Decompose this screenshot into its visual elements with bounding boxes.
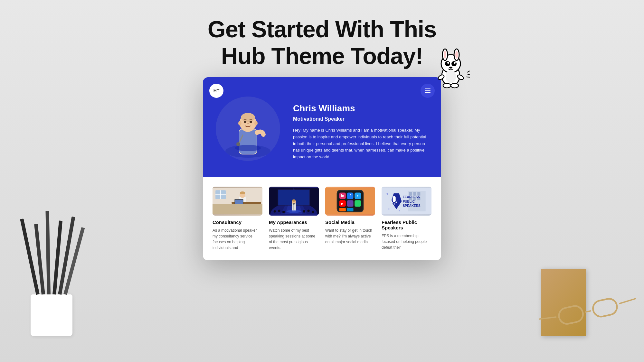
svg-point-64 — [312, 211, 314, 213]
svg-rect-77 — [355, 200, 361, 207]
card-social-media[interactable]: in f t ▶ — [325, 187, 375, 251]
svg-point-61 — [282, 211, 285, 213]
svg-point-29 — [244, 121, 246, 123]
card-image-consultancy — [213, 187, 262, 216]
svg-text:FEARLESS: FEARLESS — [403, 195, 420, 199]
svg-rect-46 — [213, 204, 262, 214]
svg-point-27 — [238, 121, 242, 125]
svg-text:▶: ▶ — [341, 202, 344, 205]
svg-point-17 — [443, 83, 451, 88]
svg-point-24 — [241, 113, 255, 122]
svg-line-14 — [468, 74, 470, 75]
svg-point-95 — [387, 193, 388, 194]
card-desc-consultancy: As a motivational speaker, my consultanc… — [213, 227, 262, 251]
svg-line-15 — [466, 77, 470, 77]
card-image-appearances — [269, 187, 319, 216]
desk-items-decoration — [515, 201, 644, 362]
svg-point-40 — [240, 191, 245, 194]
cards-section: Consultancy As a motivational speaker, m… — [203, 177, 441, 260]
svg-point-7 — [451, 61, 457, 66]
svg-text:in: in — [341, 194, 344, 198]
menu-line-3 — [425, 92, 431, 93]
svg-rect-45 — [235, 200, 243, 204]
header-line2: Hub Theme Today! — [221, 43, 423, 69]
svg-text:PUBLIC: PUBLIC — [403, 200, 415, 203]
svg-text:t: t — [357, 194, 358, 198]
svg-point-5 — [455, 51, 458, 59]
pencil-cup-decoration — [0, 201, 97, 362]
svg-point-18 — [451, 83, 459, 88]
svg-point-58 — [293, 203, 295, 204]
nav-logo[interactable]: HT — [209, 84, 223, 98]
profile-name: Chris Williams — [293, 103, 428, 114]
svg-point-60 — [278, 209, 280, 212]
svg-point-26 — [236, 142, 240, 146]
browser-window: HT — [203, 77, 441, 260]
svg-rect-76 — [347, 200, 353, 207]
svg-rect-79 — [347, 208, 353, 211]
profile-bio: Hey! My name is Chris Williams and I am … — [293, 127, 428, 161]
svg-point-63 — [307, 209, 309, 212]
svg-point-62 — [303, 210, 305, 212]
page-header: Get Started With This Hub Theme Today! — [208, 16, 436, 70]
svg-point-96 — [388, 209, 390, 210]
svg-point-56 — [287, 210, 301, 213]
card-desc-fps: FPS is a membership focused on helping p… — [382, 233, 431, 250]
svg-point-59 — [274, 210, 276, 212]
svg-point-4 — [444, 51, 446, 59]
card-consultancy[interactable]: Consultancy As a motivational speaker, m… — [213, 187, 262, 251]
profile-image — [216, 97, 280, 161]
svg-point-9 — [454, 62, 456, 64]
menu-line-2 — [425, 90, 431, 91]
card-title-appearances: My Appearances — [269, 219, 319, 225]
card-fps[interactable]: FEARLESS PUBLIC SPEAKERS Fearless Public… — [382, 187, 431, 251]
svg-text:SPEAKERS: SPEAKERS — [403, 204, 421, 208]
profile-info: Chris Williams Motivational Speaker Hey!… — [293, 90, 428, 161]
card-image-fps: FEARLESS PUBLIC SPEAKERS — [382, 187, 431, 216]
svg-point-30 — [250, 121, 252, 123]
card-title-fps: Fearless Public Speakers — [382, 219, 431, 230]
svg-point-28 — [254, 121, 258, 125]
svg-point-10 — [449, 67, 452, 69]
card-desc-social-media: Want to stay or get in touch with me? I'… — [325, 227, 375, 245]
profile-title: Motivational Speaker — [293, 116, 428, 122]
card-image-social-media: in f t ▶ — [325, 187, 375, 216]
svg-point-8 — [447, 62, 449, 64]
hero-section: HT — [203, 77, 441, 177]
svg-line-13 — [467, 71, 470, 72]
svg-point-6 — [445, 61, 450, 66]
card-desc-appearances: Watch some of my best speaking sessions … — [269, 227, 319, 251]
svg-point-55 — [292, 200, 296, 202]
card-title-consultancy: Consultancy — [213, 219, 262, 225]
svg-point-97 — [399, 210, 400, 211]
menu-line-1 — [425, 88, 431, 89]
svg-point-16 — [446, 70, 456, 83]
svg-rect-78 — [339, 208, 346, 211]
card-appearances[interactable]: My Appearances Watch some of my best spe… — [269, 187, 319, 251]
mascot-character — [431, 45, 470, 90]
header-line1: Get Started With This — [208, 16, 436, 42]
card-title-social-media: Social Media — [325, 219, 375, 225]
svg-rect-89 — [393, 196, 396, 202]
svg-point-31 — [235, 145, 261, 151]
